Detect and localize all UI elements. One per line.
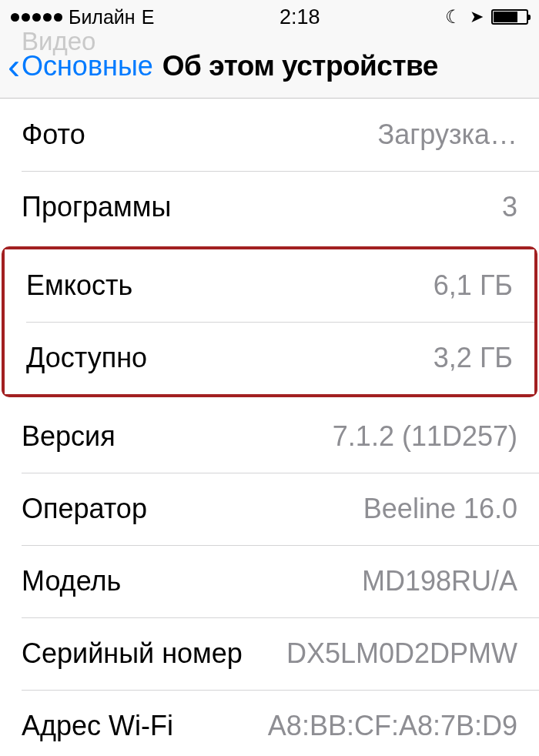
row-label: Адрес Wi-Fi — [22, 710, 173, 742]
row-apps[interactable]: Программы 3 — [0, 171, 539, 243]
chevron-left-icon: ‹ — [8, 48, 20, 85]
carrier-label: Билайн — [69, 6, 136, 28]
row-available[interactable]: Доступно 3,2 ГБ — [5, 322, 534, 394]
row-label: Программы — [22, 191, 171, 223]
signal-strength-icon — [11, 13, 62, 22]
battery-icon — [491, 9, 528, 25]
row-value: 7.1.2 (11D257) — [333, 420, 517, 453]
row-value: 6,1 ГБ — [434, 269, 513, 302]
status-right: ☾ ➤ — [445, 6, 528, 28]
back-button-label: Основные — [22, 50, 153, 82]
highlighted-storage-box: Емкость 6,1 ГБ Доступно 3,2 ГБ — [2, 246, 537, 397]
back-button[interactable]: ‹ Основные — [8, 48, 153, 85]
row-label: Емкость — [26, 269, 132, 302]
status-left: Билайн E — [11, 6, 154, 28]
row-version[interactable]: Версия 7.1.2 (11D257) — [0, 400, 539, 473]
row-model[interactable]: Модель MD198RU/A — [0, 545, 539, 617]
row-value: A8:BB:CF:A8:7B:D9 — [268, 710, 517, 742]
row-carrier[interactable]: Оператор Beeline 16.0 — [0, 473, 539, 545]
settings-list: Фото Загрузка… Программы 3 Емкость 6,1 Г… — [0, 99, 539, 756]
row-label: Фото — [22, 119, 85, 151]
row-value: 3,2 ГБ — [434, 342, 513, 374]
row-value: Beeline 16.0 — [363, 493, 517, 525]
row-label: Версия — [22, 420, 116, 453]
navigation-bar: Видео ‹ Основные Об этом устройстве — [0, 34, 539, 99]
do-not-disturb-icon: ☾ — [445, 6, 462, 28]
row-value: Загрузка… — [377, 119, 517, 151]
row-serial[interactable]: Серийный номер DX5LM0D2DPMW — [0, 617, 539, 690]
row-photo[interactable]: Фото Загрузка… — [0, 99, 539, 171]
row-label: Доступно — [26, 342, 147, 374]
row-capacity[interactable]: Емкость 6,1 ГБ — [5, 249, 534, 322]
row-value: 3 — [502, 191, 517, 223]
page-title: Об этом устройстве — [162, 50, 438, 82]
network-type-label: E — [142, 6, 155, 28]
status-time: 2:18 — [280, 5, 320, 29]
row-label: Модель — [22, 565, 121, 597]
location-icon: ➤ — [470, 7, 484, 27]
row-label: Серийный номер — [22, 637, 243, 670]
row-wifi[interactable]: Адрес Wi-Fi A8:BB:CF:A8:7B:D9 — [0, 690, 539, 756]
row-label: Оператор — [22, 493, 147, 525]
row-value: DX5LM0D2DPMW — [286, 637, 517, 670]
row-value: MD198RU/A — [362, 565, 517, 597]
